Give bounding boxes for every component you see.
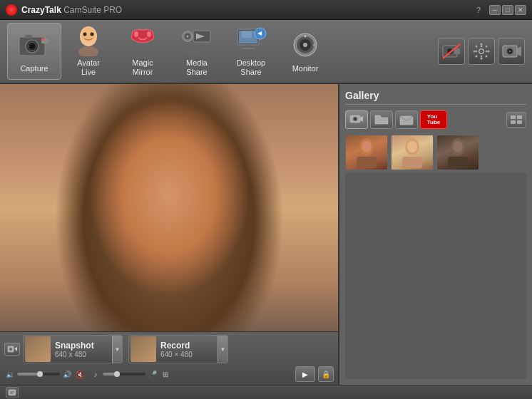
no-camera-button[interactable] <box>438 38 465 65</box>
svg-rect-73 <box>448 157 468 168</box>
gallery-tab-folder[interactable] <box>370 110 393 129</box>
svg-point-39 <box>480 50 484 53</box>
maximize-button[interactable]: □ <box>502 5 513 15</box>
gallery-view-toggle[interactable] <box>506 112 526 128</box>
app-title: CrazyTalk CamSuite PRO <box>21 5 474 15</box>
svg-point-72 <box>453 141 463 152</box>
play-button[interactable]: ▶ <box>295 366 315 382</box>
gallery-tabs: YouTube <box>345 110 526 129</box>
lock-button[interactable]: 🔒 <box>318 366 334 382</box>
svg-rect-22 <box>242 31 252 38</box>
audio-output-icon[interactable]: ⊞ <box>160 368 171 380</box>
svg-point-30 <box>305 36 307 38</box>
audio-slider[interactable] <box>103 373 145 375</box>
toolbar-media-share[interactable]: MediaShare <box>170 23 224 80</box>
record-button[interactable]: Record 640 × 480 ▼ <box>128 335 228 363</box>
svg-rect-19 <box>185 51 200 53</box>
svg-point-54 <box>9 348 12 351</box>
record-text-area: Record 640 × 480 <box>158 341 218 358</box>
camera-view <box>0 84 338 331</box>
svg-point-69 <box>407 141 417 152</box>
gallery-tab-webcam[interactable] <box>345 110 368 129</box>
desktop-share-icon <box>234 26 268 57</box>
toolbar-avatar-live-label: AvatarLive <box>77 58 100 77</box>
help-button[interactable]: ? <box>474 5 484 15</box>
camera-flip-button[interactable] <box>4 343 20 356</box>
svg-rect-18 <box>185 46 206 49</box>
svg-rect-67 <box>357 157 377 168</box>
gallery-thumb-3[interactable] <box>436 135 479 170</box>
svg-rect-23 <box>246 45 250 48</box>
magic-mirror-icon <box>126 26 160 57</box>
svg-point-42 <box>474 51 476 53</box>
snapshot-resolution: 640 x 480 <box>55 351 109 358</box>
record-dropdown-arrow[interactable]: ▼ <box>218 336 227 363</box>
mute-icon[interactable]: 🔇 <box>74 368 86 380</box>
svg-point-45 <box>486 46 488 48</box>
music-icon: ♪ <box>90 368 101 380</box>
record-thumbnail <box>131 336 156 362</box>
svg-point-47 <box>486 56 488 58</box>
toolbar-right-actions <box>438 38 525 65</box>
avatar-live-icon <box>71 26 106 57</box>
camera-button[interactable] <box>498 38 525 65</box>
gallery-thumb-2[interactable] <box>391 135 434 170</box>
svg-rect-74 <box>9 390 16 395</box>
minimize-button[interactable]: ─ <box>489 5 501 15</box>
gallery-tab-youtube[interactable]: YouTube <box>420 110 447 129</box>
svg-point-12 <box>134 31 138 37</box>
volume-down-icon: 🔉 <box>4 368 16 380</box>
svg-point-44 <box>476 46 478 48</box>
snapshot-dropdown-arrow[interactable]: ▼ <box>112 336 122 363</box>
gallery-empty-area <box>345 173 526 379</box>
gallery-tab-email[interactable] <box>395 110 418 129</box>
svg-point-16 <box>187 35 189 37</box>
svg-marker-55 <box>14 347 17 351</box>
camera-controls-top: Snapshot 640 x 480 ▼ Record 640 × 480 ▼ <box>4 335 334 363</box>
camera-feed <box>0 84 338 331</box>
svg-rect-70 <box>402 157 422 168</box>
volume-slider[interactable] <box>17 373 60 375</box>
status-btn-1[interactable] <box>6 387 19 398</box>
svg-rect-64 <box>517 120 522 124</box>
toolbar-avatar-live[interactable]: AvatarLive <box>61 23 116 80</box>
svg-rect-63 <box>511 120 516 124</box>
face-overlay <box>0 84 338 331</box>
camera-controls-bottom: 🔉 🔊 🔇 ♪ 🎤 ⊞ <box>4 366 334 382</box>
toolbar-magic-mirror[interactable]: MagicMirror <box>116 23 170 80</box>
gallery-thumb-1[interactable] <box>345 135 388 170</box>
playback-controls: ▶ 🔒 <box>295 366 334 382</box>
svg-point-31 <box>313 44 315 46</box>
mic-icon: 🎤 <box>147 368 158 380</box>
toolbar-monitor[interactable]: Monitor <box>278 23 332 80</box>
svg-point-11 <box>78 46 98 56</box>
snapshot-button[interactable]: Snapshot 640 x 480 ▼ <box>23 335 123 363</box>
toolbar-magic-mirror-label: MagicMirror <box>132 58 153 77</box>
svg-point-46 <box>476 56 478 58</box>
toolbar-capture-label: Capture <box>20 64 48 73</box>
svg-point-29 <box>303 43 307 47</box>
toolbar: Capture AvatarLive MagicMirror <box>0 20 532 84</box>
svg-point-40 <box>481 43 483 46</box>
toolbar-desktop-share-label: DesktopShare <box>237 58 265 77</box>
settings-button[interactable] <box>468 38 495 65</box>
close-button[interactable]: ✕ <box>515 5 526 15</box>
svg-point-43 <box>488 51 490 53</box>
volume-up-icon: 🔊 <box>61 368 73 380</box>
svg-point-66 <box>362 141 372 152</box>
svg-point-58 <box>354 118 357 120</box>
record-label: Record <box>160 341 215 351</box>
svg-point-10 <box>91 32 94 36</box>
toolbar-capture[interactable]: Capture <box>7 23 61 80</box>
toolbar-monitor-label: Monitor <box>292 64 319 73</box>
svg-point-6 <box>41 38 44 41</box>
svg-marker-52 <box>517 46 521 56</box>
capture-icon <box>17 28 51 63</box>
svg-rect-24 <box>242 48 255 49</box>
gallery-title: Gallery <box>345 90 526 105</box>
svg-rect-62 <box>517 115 522 119</box>
toolbar-desktop-share[interactable]: DesktopShare <box>224 23 278 80</box>
snapshot-label: Snapshot <box>55 341 109 351</box>
gallery-thumbnails <box>345 135 526 170</box>
window-controls: ─ □ ✕ <box>489 5 526 15</box>
